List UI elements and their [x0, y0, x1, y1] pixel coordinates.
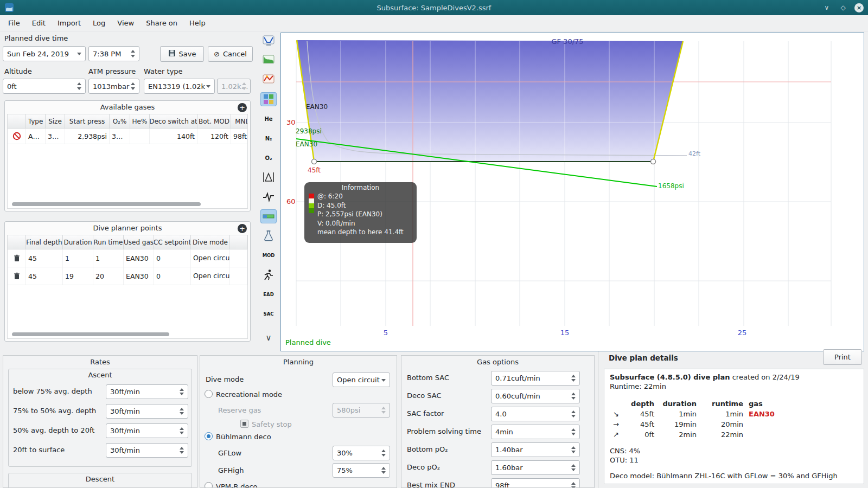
points-col-used-gas[interactable]: Used gas: [124, 235, 154, 249]
pp-oxygen-toggle[interactable]: O₂: [260, 151, 277, 165]
photos-toggle-icon[interactable]: [260, 92, 277, 106]
gases-col-size[interactable]: Size: [46, 114, 65, 128]
deco-po2-spinner[interactable]: 1.60bar: [491, 460, 580, 475]
gas-chemistry-icon[interactable]: [260, 229, 277, 243]
best-mix-end-spinner[interactable]: 98ft: [491, 478, 580, 488]
sac-factor-spinner[interactable]: 4.0: [491, 407, 580, 421]
gases-col-o2[interactable]: O₂%: [110, 114, 130, 128]
points-col-duration[interactable]: Duration: [63, 235, 93, 249]
water-type-combo[interactable]: EN13319 (1.02k: [144, 79, 215, 94]
dive-mode-combo[interactable]: Open circuit: [333, 373, 390, 387]
menu-item-import[interactable]: Import: [52, 19, 87, 27]
atm-pressure-spinner[interactable]: 1013mbar: [88, 79, 139, 94]
gases-col-mnd[interactable]: MND: [231, 114, 248, 128]
buhlmann-deco-radio[interactable]: [205, 432, 213, 440]
point-setpoint-cell[interactable]: 0: [154, 249, 191, 267]
point-duration-cell[interactable]: 19: [63, 267, 93, 285]
bottom-sac-spinner[interactable]: 0.71cuft/min: [491, 371, 580, 386]
points-col-cc-setpoint[interactable]: CC setpoint: [154, 235, 191, 249]
point-divemode-cell[interactable]: Open circuit: [191, 267, 230, 285]
ead-toggle[interactable]: EAD: [260, 287, 277, 301]
point-depth-cell[interactable]: 45: [26, 267, 63, 285]
print-button[interactable]: Print: [823, 349, 862, 365]
add-gas-button[interactable]: +: [238, 103, 247, 112]
toolbar-scroll-down-icon[interactable]: ∨: [260, 331, 277, 345]
points-col-run-time[interactable]: Run time: [93, 235, 124, 249]
bottom-po2-spinner[interactable]: 1.40bar: [491, 442, 580, 457]
gases-col-start-press[interactable]: Start press: [65, 114, 110, 128]
menu-item-share-on[interactable]: Share on: [140, 19, 183, 27]
delete-point-button[interactable]: [8, 249, 26, 267]
point-duration-cell[interactable]: 1: [63, 249, 93, 267]
vpmb-deco-radio[interactable]: [205, 482, 213, 488]
ceiling-graph-icon[interactable]: [260, 53, 277, 67]
menu-item-file[interactable]: File: [2, 19, 26, 27]
profile-handle-start[interactable]: [312, 159, 317, 164]
ascent-rate-surface-spinner[interactable]: 30ft/min: [106, 443, 188, 458]
point-depth-cell[interactable]: 45: [26, 249, 63, 267]
ascent-rate-20ft-spinner[interactable]: 30ft/min: [106, 423, 188, 438]
gases-col-bot-mod[interactable]: Bot. MOD: [197, 114, 231, 128]
gases-col-deco-switch[interactable]: Deco switch at: [150, 114, 197, 128]
altitude-spinner[interactable]: 0ft: [3, 79, 86, 94]
point-setpoint-cell[interactable]: 0: [154, 267, 191, 285]
problem-solving-time-spinner[interactable]: 4min: [491, 425, 580, 439]
close-icon[interactable]: ×: [854, 3, 864, 12]
sac-toggle[interactable]: SAC: [260, 307, 277, 321]
menu-item-help[interactable]: Help: [183, 19, 212, 27]
menu-item-log[interactable]: Log: [87, 19, 111, 27]
cancel-button[interactable]: ⊘ Cancel: [208, 46, 253, 62]
dive-computer-profile-icon[interactable]: [260, 34, 277, 48]
delete-point-button[interactable]: [8, 267, 26, 285]
maximize-icon[interactable]: ◇: [838, 3, 848, 12]
point-gas-cell[interactable]: EAN30: [124, 267, 154, 285]
point-divemode-cell[interactable]: Open circuit: [191, 249, 230, 267]
gases-col-type[interactable]: Type: [26, 114, 46, 128]
dive-profile-chart[interactable]: GF 30/75 30 60 5 15 25 EAN30 2938psi EAN…: [280, 33, 864, 351]
pp-helium-toggle[interactable]: He: [260, 112, 277, 126]
point-gas-cell[interactable]: EAN30: [124, 249, 154, 267]
deco-sac-spinner[interactable]: 0.60cuft/min: [491, 389, 580, 403]
heart-rate-icon[interactable]: [260, 190, 277, 204]
profile-handle-end[interactable]: [651, 159, 656, 164]
gas-size-cell[interactable]: 3…: [46, 129, 65, 144]
points-col-final-depth[interactable]: Final depth: [26, 235, 63, 249]
safety-stop-checkbox[interactable]: [240, 420, 248, 428]
delete-gas-button[interactable]: [8, 129, 26, 144]
menu-item-view[interactable]: View: [111, 19, 140, 27]
tissue-graph-icon[interactable]: [260, 170, 277, 184]
ascent-rate-75-spinner[interactable]: 30ft/min: [106, 384, 188, 399]
gas-mnd-cell[interactable]: 98ft: [231, 129, 248, 144]
gas-deco-switch-cell[interactable]: 140ft: [150, 129, 197, 144]
points-col-dive-mode[interactable]: Dive mode: [191, 235, 230, 249]
points-horizontal-scrollbar[interactable]: [12, 332, 169, 336]
buhlmann-deco-label[interactable]: Bühlmann deco: [216, 433, 271, 441]
tank-bar-toggle-icon[interactable]: [260, 209, 277, 223]
dive-time-spinner[interactable]: 7:38 PM: [88, 46, 139, 61]
dc-reported-ceiling-icon[interactable]: [260, 268, 277, 282]
menu-item-edit[interactable]: Edit: [26, 19, 52, 27]
gas-o2-cell[interactable]: 3…: [110, 129, 130, 144]
recreational-mode-radio[interactable]: [205, 390, 213, 398]
dive-date-combo[interactable]: Sun Feb 24, 2019: [3, 46, 86, 61]
mod-toggle[interactable]: MOD: [260, 248, 277, 262]
add-point-button[interactable]: +: [238, 224, 247, 233]
save-button[interactable]: Save: [160, 46, 204, 62]
gfhigh-spinner[interactable]: 75%: [333, 463, 390, 478]
recreational-mode-label[interactable]: Recreational mode: [216, 390, 282, 399]
minimize-icon[interactable]: ∨: [822, 3, 832, 12]
gas-he-cell[interactable]: [130, 129, 150, 144]
gas-start-press-cell[interactable]: 2,938psi: [65, 129, 110, 144]
edit-profile-icon[interactable]: [260, 73, 277, 87]
point-runtime-cell[interactable]: 20: [93, 267, 124, 285]
gases-col-icon[interactable]: [8, 114, 26, 128]
points-col-icon[interactable]: [8, 235, 26, 249]
gases-col-he[interactable]: He%: [130, 114, 150, 128]
ascent-rate-50-spinner[interactable]: 30ft/min: [106, 404, 188, 419]
safety-stop-label[interactable]: Safety stop: [252, 420, 292, 428]
vpmb-deco-label[interactable]: VPM-B deco: [216, 483, 258, 488]
gas-bot-mod-cell[interactable]: 120ft: [197, 129, 231, 144]
pp-nitrogen-toggle[interactable]: N₂: [260, 131, 277, 145]
point-runtime-cell[interactable]: 1: [93, 249, 124, 267]
gas-type-cell[interactable]: A…: [26, 129, 46, 144]
